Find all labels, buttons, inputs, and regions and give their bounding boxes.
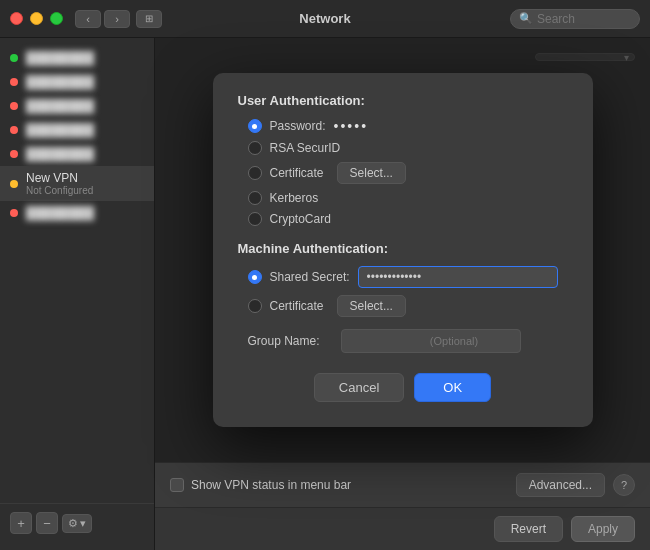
shared-secret-label: Shared Secret: (270, 270, 350, 284)
certificate-row: Certificate Select... (248, 162, 568, 184)
content-area: ▾ User Authentication: Password: ••••• (155, 38, 650, 550)
sidebar-item-name-1: ████████ (26, 51, 144, 65)
cancel-button[interactable]: Cancel (314, 373, 404, 402)
group-name-field-wrap: (Optional) (341, 329, 568, 353)
machine-cert-radio[interactable] (248, 299, 262, 313)
status-dot-red-4 (10, 126, 18, 134)
certificate-label: Certificate (270, 166, 324, 180)
certificate-radio[interactable] (248, 166, 262, 180)
back-button[interactable]: ‹ (75, 10, 101, 28)
bottom-bar: Revert Apply (155, 507, 650, 550)
rsa-label: RSA SecurID (270, 141, 341, 155)
minimize-button[interactable] (30, 12, 43, 25)
gear-icon: ⚙ (68, 517, 78, 530)
forward-button[interactable]: › (104, 10, 130, 28)
window-title: Network (299, 11, 350, 26)
add-button[interactable]: + (10, 512, 32, 534)
dialog-content: User Authentication: Password: ••••• RSA… (213, 73, 593, 427)
status-dot-green (10, 54, 18, 62)
traffic-lights (10, 12, 63, 25)
machine-cert-row: Certificate Select... (248, 295, 568, 317)
cryptocard-label: CryptoCard (270, 212, 331, 226)
user-auth-options: Password: ••••• RSA SecurID Certificate … (248, 118, 568, 226)
group-name-input[interactable] (341, 329, 521, 353)
password-label: Password: (270, 119, 326, 133)
ok-button[interactable]: OK (414, 373, 491, 402)
search-icon: 🔍 (519, 12, 533, 25)
shared-secret-input[interactable] (358, 266, 558, 288)
search-input[interactable] (537, 12, 631, 26)
sidebar-item-vpn-name: New VPN (26, 171, 144, 185)
shared-secret-row: Shared Secret: (248, 266, 568, 288)
dialog-overlay: User Authentication: Password: ••••• RSA… (155, 38, 650, 462)
content-main: ▾ User Authentication: Password: ••••• (155, 38, 650, 462)
action-bar: Show VPN status in menu bar Advanced... … (155, 462, 650, 507)
group-name-row: Group Name: (Optional) (248, 329, 568, 353)
dialog-buttons: Cancel OK (238, 373, 568, 402)
sidebar-item-7[interactable]: ████████ (0, 201, 154, 225)
remove-button[interactable]: − (36, 512, 58, 534)
status-dot-red-2 (10, 78, 18, 86)
auth-dialog: User Authentication: Password: ••••• RSA… (213, 73, 593, 427)
sidebar-item-3[interactable]: ████████ (0, 94, 154, 118)
sidebar-item-4[interactable]: ████████ (0, 118, 154, 142)
sidebar-item-name-7: ████████ (26, 206, 144, 220)
machine-auth-options: Shared Secret: Certificate Select... (248, 266, 568, 317)
status-dot-red-7 (10, 209, 18, 217)
show-vpn-checkbox[interactable] (170, 478, 184, 492)
show-vpn-row: Show VPN status in menu bar (170, 478, 351, 492)
machine-auth-section: Machine Authentication: Shared Secret: C… (238, 241, 568, 353)
grid-button[interactable]: ⊞ (136, 10, 162, 28)
sidebar-item-name-5: ████████ (26, 147, 144, 161)
help-button[interactable]: ? (613, 474, 635, 496)
password-value: ••••• (334, 118, 369, 134)
password-radio[interactable] (248, 119, 262, 133)
machine-auth-label: Machine Authentication: (238, 241, 568, 256)
kerberos-label: Kerberos (270, 191, 319, 205)
revert-button[interactable]: Revert (494, 516, 563, 542)
user-auth-label: User Authentication: (238, 93, 568, 108)
kerberos-radio[interactable] (248, 191, 262, 205)
rsa-row: RSA SecurID (248, 141, 568, 155)
group-name-label: Group Name: (248, 334, 333, 348)
sidebar-item-name-4: ████████ (26, 123, 144, 137)
show-vpn-label: Show VPN status in menu bar (191, 478, 351, 492)
close-button[interactable] (10, 12, 23, 25)
status-dot-yellow (10, 180, 18, 188)
machine-cert-label: Certificate (270, 299, 324, 313)
sidebar-item-1[interactable]: ████████ (0, 46, 154, 70)
main-layout: ████████ ████████ ████████ ████████ ████… (0, 38, 650, 550)
sidebar: ████████ ████████ ████████ ████████ ████… (0, 38, 155, 550)
cryptocard-radio[interactable] (248, 212, 262, 226)
status-dot-red-3 (10, 102, 18, 110)
gear-chevron-icon: ▾ (80, 517, 86, 530)
nav-buttons: ‹ › ⊞ (75, 10, 162, 28)
sidebar-item-name-3: ████████ (26, 99, 144, 113)
cryptocard-row: CryptoCard (248, 212, 568, 226)
title-bar: ‹ › ⊞ Network 🔍 (0, 0, 650, 38)
sidebar-item-new-vpn[interactable]: New VPN Not Configured (0, 166, 154, 201)
action-buttons: Advanced... ? (516, 473, 635, 497)
rsa-radio[interactable] (248, 141, 262, 155)
search-bar[interactable]: 🔍 (510, 9, 640, 29)
certificate-select-button[interactable]: Select... (337, 162, 406, 184)
sidebar-item-vpn-status: Not Configured (26, 185, 144, 196)
apply-button[interactable]: Apply (571, 516, 635, 542)
sidebar-bottom: + − ⚙ ▾ (0, 503, 154, 542)
sidebar-item-2[interactable]: ████████ (0, 70, 154, 94)
sidebar-item-name-2: ████████ (26, 75, 144, 89)
maximize-button[interactable] (50, 12, 63, 25)
status-dot-red-5 (10, 150, 18, 158)
password-row: Password: ••••• (248, 118, 568, 134)
advanced-button[interactable]: Advanced... (516, 473, 605, 497)
gear-dropdown[interactable]: ⚙ ▾ (62, 514, 92, 533)
machine-cert-select-button[interactable]: Select... (337, 295, 406, 317)
kerberos-row: Kerberos (248, 191, 568, 205)
shared-secret-radio[interactable] (248, 270, 262, 284)
sidebar-item-5[interactable]: ████████ (0, 142, 154, 166)
